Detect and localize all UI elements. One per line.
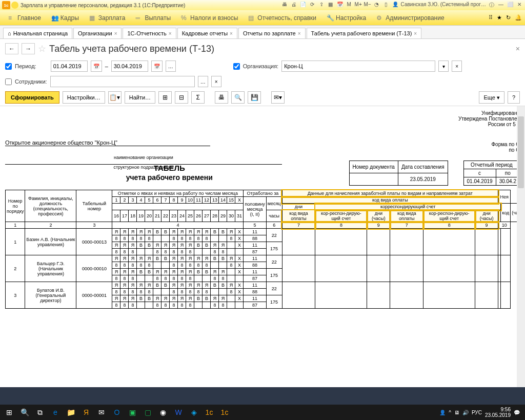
- refresh-icon[interactable]: ⟳: [309, 2, 316, 9]
- scrollbar-thumb[interactable]: [518, 116, 524, 188]
- tab-start[interactable]: ⌂Начальная страница: [3, 28, 72, 38]
- start-icon[interactable]: ⊞: [2, 406, 16, 419]
- print-icon[interactable]: 🖶: [281, 2, 288, 9]
- 1c2-icon[interactable]: 1c: [217, 406, 232, 419]
- m-plus-icon[interactable]: M+: [355, 2, 362, 9]
- tab-kadr[interactable]: Кадровые отчеты×: [177, 28, 237, 38]
- minimize-icon[interactable]: —: [497, 2, 504, 9]
- people-icon[interactable]: 👤: [439, 410, 446, 415]
- period-label: Период:: [15, 63, 36, 69]
- m-minus-icon[interactable]: M−: [364, 2, 371, 9]
- mail-dropdown-icon[interactable]: ✉▾: [271, 91, 285, 104]
- outlook-icon[interactable]: O: [110, 406, 124, 419]
- app-titlebar: 1c Зарплата и управление персоналом, ред…: [0, 0, 525, 10]
- menu-vyplaty[interactable]: ═Выплаты: [130, 14, 176, 22]
- mail-icon[interactable]: ✉: [94, 406, 109, 419]
- clock[interactable]: 9:56 23.05.2019: [485, 407, 511, 418]
- close-icon[interactable]: ×: [298, 31, 301, 36]
- menu-nalogi[interactable]: %Налоги и взносы: [176, 14, 243, 22]
- sigma-icon[interactable]: Σ: [191, 91, 205, 104]
- tray-up-icon[interactable]: ^: [449, 410, 451, 415]
- emp-input[interactable]: [50, 76, 195, 87]
- app2-icon[interactable]: ▢: [140, 406, 155, 419]
- export-icon[interactable]: ⇪: [318, 2, 325, 9]
- doc-icon[interactable]: 📄: [299, 2, 307, 9]
- help-icon[interactable]: ◔: [373, 2, 380, 9]
- menu-nastroika[interactable]: 🔧Настройка: [321, 14, 371, 22]
- calendar-to-icon[interactable]: 📅: [151, 61, 163, 72]
- favorite-icon[interactable]: ☆: [38, 43, 46, 54]
- copy-dropdown-icon[interactable]: 📋▾: [108, 91, 122, 104]
- org-input[interactable]: [281, 61, 435, 72]
- chrome-icon[interactable]: ◉: [156, 406, 170, 419]
- emp-clear-button[interactable]: ×: [211, 76, 221, 87]
- task-view-icon[interactable]: ⧉: [33, 406, 47, 419]
- user-icon[interactable]: 👤: [392, 2, 399, 9]
- tray-lang[interactable]: РУС: [472, 410, 482, 415]
- search-icon[interactable]: 🔍: [17, 406, 32, 419]
- close-icon[interactable]: ✕: [516, 2, 523, 9]
- print-button-icon[interactable]: 🖶: [215, 91, 228, 104]
- back-button[interactable]: ←: [5, 43, 18, 54]
- tab-zp[interactable]: Отчеты по зарплате×: [238, 28, 306, 38]
- org-dropdown-button[interactable]: ▾: [438, 61, 449, 72]
- menu-admin[interactable]: ⚙Администрирование: [371, 14, 449, 22]
- word-icon[interactable]: W: [171, 406, 186, 419]
- m-icon[interactable]: M: [346, 2, 353, 9]
- vertical-scrollbar[interactable]: [517, 106, 525, 387]
- edge-icon[interactable]: e: [48, 406, 63, 419]
- emp-more-button[interactable]: …: [198, 76, 208, 87]
- star-icon[interactable]: ★: [497, 14, 502, 21]
- yandex-icon[interactable]: Я: [79, 406, 93, 419]
- period-more-button[interactable]: …: [166, 61, 176, 72]
- close-icon[interactable]: ×: [414, 31, 417, 36]
- tree-icon[interactable]: ⊞: [158, 91, 172, 104]
- org-checkbox[interactable]: [233, 63, 240, 70]
- preview-icon[interactable]: 🔍: [231, 91, 245, 104]
- tab-tabel[interactable]: Табель учета рабочего времени (Т-13)×: [307, 28, 422, 38]
- maximize-icon[interactable]: ⬜: [507, 2, 514, 9]
- date-to-input[interactable]: [111, 61, 148, 72]
- expand-icon[interactable]: ⊟: [175, 91, 188, 104]
- info-icon[interactable]: ⓘ: [488, 2, 495, 9]
- close-icon[interactable]: ×: [230, 31, 233, 36]
- book-icon[interactable]: ▯: [382, 2, 390, 9]
- more-button[interactable]: Еще ▾: [479, 91, 504, 104]
- period-checkbox[interactable]: [5, 63, 12, 70]
- notifications-icon[interactable]: 💬: [514, 410, 520, 415]
- calc-icon[interactable]: ▦: [327, 2, 334, 9]
- 1c-icon[interactable]: 1c: [202, 406, 216, 419]
- calendar-icon[interactable]: 📅: [336, 2, 344, 9]
- close-icon[interactable]: ×: [169, 31, 172, 36]
- form-button[interactable]: Сформировать: [5, 91, 59, 104]
- tab-org[interactable]: Организации×: [73, 28, 122, 38]
- teamviewer-icon[interactable]: ◈: [187, 406, 201, 419]
- menu-zarplata[interactable]: ▦Зарплата: [84, 14, 131, 22]
- app-icon[interactable]: ▣: [125, 406, 139, 419]
- explorer-icon[interactable]: 📁: [64, 406, 78, 419]
- org-clear-button[interactable]: ×: [452, 61, 462, 72]
- tray-monitor-icon[interactable]: 🖥: [454, 410, 459, 415]
- history-icon[interactable]: ↻: [506, 14, 511, 21]
- calendar-from-icon[interactable]: 📅: [91, 61, 102, 72]
- date-from-input[interactable]: [51, 61, 88, 72]
- help-button[interactable]: ?: [508, 91, 520, 104]
- tab-1c[interactable]: 1С-Отчетность×: [123, 28, 176, 38]
- printer-icon[interactable]: 🖨: [290, 2, 297, 9]
- close-icon[interactable]: ×: [114, 31, 117, 36]
- forward-button[interactable]: →: [22, 43, 35, 54]
- dropdown-icon[interactable]: [11, 2, 18, 9]
- tray-vol-icon[interactable]: 🔊: [462, 410, 469, 415]
- menu-otchet[interactable]: ▤Отчетность, справки: [243, 14, 321, 22]
- menu-kadry[interactable]: 👥Кадры: [46, 14, 84, 22]
- apps-icon[interactable]: ⠿: [489, 14, 493, 21]
- windows-taskbar: ⊞ 🔍 ⧉ e 📁 Я ✉ O ▣ ▢ ◉ W ◈ 1c 1c 👤 ^ 🖥 🔊 …: [0, 405, 525, 420]
- find-button[interactable]: Найти…: [125, 91, 155, 104]
- save-icon[interactable]: 💾: [248, 91, 261, 104]
- settings-button[interactable]: Настройки…: [63, 91, 105, 104]
- app-icon: 1c: [2, 1, 10, 9]
- emp-checkbox[interactable]: [5, 78, 12, 85]
- page-close-icon[interactable]: ×: [516, 45, 520, 53]
- bell-icon[interactable]: 🔔: [515, 14, 522, 21]
- menu-main[interactable]: ≡Главное: [3, 14, 46, 22]
